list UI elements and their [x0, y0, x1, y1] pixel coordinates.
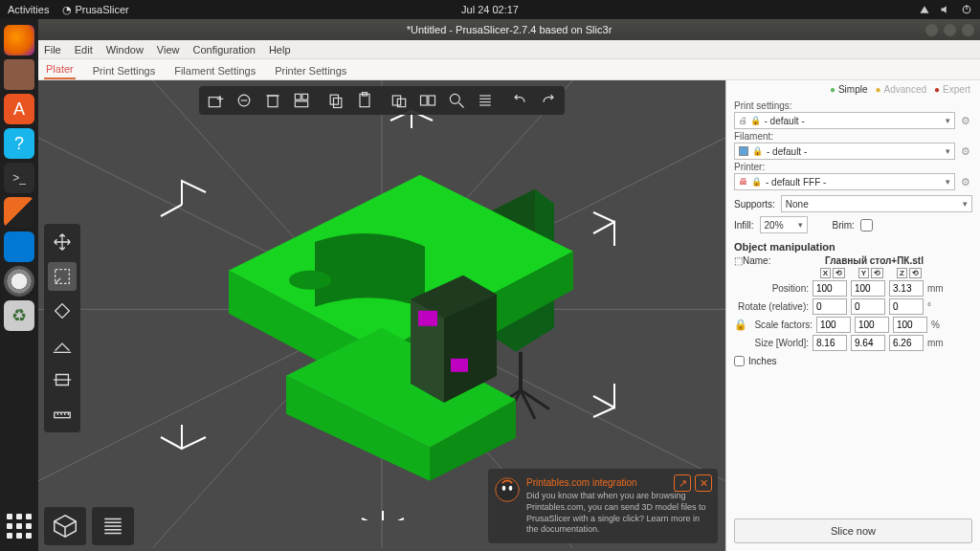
system-tray[interactable] [919, 4, 972, 15]
scale-label: Scale factors: [747, 320, 813, 330]
redo-button[interactable] [534, 88, 563, 113]
split-button[interactable] [413, 88, 442, 113]
move-tool[interactable] [48, 228, 77, 256]
object-name: Главный стол+ПК.stl [776, 255, 972, 266]
mode-advanced[interactable]: Advanced [876, 84, 927, 95]
supports-select[interactable]: None [781, 195, 972, 212]
measure-tool[interactable] [48, 400, 77, 429]
svg-rect-41 [392, 96, 400, 105]
instance-add-button[interactable] [385, 88, 413, 113]
position-z[interactable] [889, 280, 924, 297]
dock-vscode[interactable] [4, 231, 34, 262]
print-settings-select[interactable]: 🖨 🔒- default - [734, 112, 955, 129]
tab-plater[interactable]: Plater [44, 59, 76, 79]
variable-layer-button[interactable] [471, 88, 500, 113]
view-3d-button[interactable] [44, 507, 86, 545]
window-title: *Untitled - PrusaSlicer-2.7.4 based on S… [407, 24, 612, 35]
scale-z[interactable] [893, 317, 927, 333]
view-preview-button[interactable] [92, 507, 134, 545]
rotate-x[interactable] [813, 298, 847, 315]
window-close[interactable] [962, 24, 974, 36]
dock-firefox[interactable] [4, 25, 34, 55]
svg-line-46 [459, 103, 464, 108]
view-mode-buttons [44, 507, 134, 545]
tab-print-settings[interactable]: Print Settings [91, 61, 157, 79]
dock-show-apps[interactable] [4, 511, 34, 541]
rotate-tool[interactable] [48, 297, 77, 325]
activities-button[interactable]: Activities [8, 4, 49, 15]
menu-edit[interactable]: Edit [75, 44, 93, 55]
dock-trash[interactable]: ♻ [4, 300, 34, 331]
menu-view[interactable]: View [157, 44, 180, 55]
svg-point-26 [289, 271, 331, 290]
delete-all-button[interactable] [258, 88, 287, 113]
brim-checkbox[interactable] [860, 219, 873, 231]
size-y[interactable] [851, 335, 885, 351]
window-maximize[interactable] [944, 24, 956, 36]
filament-label: Filament: [734, 131, 972, 142]
dock-disc[interactable] [4, 266, 34, 297]
scale-y[interactable] [855, 317, 889, 333]
supports-label: Supports: [734, 199, 775, 209]
menu-help[interactable]: Help [269, 44, 291, 55]
printer-gear-icon[interactable]: ⚙ [959, 176, 972, 188]
size-x[interactable] [813, 335, 847, 351]
mode-simple[interactable]: Simple [830, 84, 868, 95]
axis-header: X⟲ Y⟲ Z⟲ [726, 267, 980, 279]
tab-filament-settings[interactable]: Filament Settings [172, 61, 257, 79]
search-button[interactable] [442, 88, 471, 113]
app-indicator[interactable]: ◔ PrusaSlicer [62, 4, 128, 16]
window-titlebar[interactable]: *Untitled - PrusaSlicer-2.7.4 based on S… [38, 19, 980, 40]
inches-checkbox[interactable] [734, 356, 745, 366]
position-y[interactable] [851, 280, 885, 297]
toast-close-icon[interactable]: ✕ [695, 474, 712, 492]
dock-files[interactable] [4, 59, 34, 90]
svg-rect-34 [295, 94, 301, 99]
svg-rect-32 [268, 96, 278, 107]
mode-expert[interactable]: Expert [934, 84, 970, 95]
svg-rect-36 [295, 101, 307, 107]
printables-toast: ↗ ✕ Printables.com integration Did you k… [488, 469, 718, 543]
dock-terminal[interactable]: >_ [4, 163, 34, 193]
toast-open-icon[interactable]: ↗ [674, 474, 691, 492]
slice-now-button[interactable]: Slice now [734, 518, 972, 543]
infill-select[interactable]: 20% [760, 216, 808, 233]
print-settings-gear-icon[interactable]: ⚙ [959, 115, 972, 127]
scale-x[interactable] [816, 317, 851, 333]
undo-button[interactable] [505, 88, 534, 113]
add-button[interactable] [201, 88, 230, 113]
dock-help[interactable]: ? [4, 128, 34, 159]
filament-select[interactable]: 🔒- default - [734, 143, 955, 160]
filament-gear-icon[interactable]: ⚙ [959, 145, 972, 158]
window-minimize[interactable] [925, 24, 938, 36]
menubar: File Edit Window View Configuration Help [38, 40, 980, 59]
rotate-y[interactable] [851, 298, 885, 315]
clock[interactable]: Jul 24 02:17 [461, 4, 519, 15]
gnome-top-bar: Activities ◔ PrusaSlicer Jul 24 02:17 [0, 0, 980, 19]
menu-configuration[interactable]: Configuration [192, 44, 255, 55]
toast-body: Did you know that when you are browsing … [526, 491, 710, 536]
position-x[interactable] [813, 280, 847, 297]
rotate-z[interactable] [889, 298, 924, 315]
printer-select[interactable]: 🖶🔒- default FFF - [734, 173, 955, 190]
dock-prusaslicer[interactable] [4, 197, 34, 228]
delete-button[interactable] [230, 88, 258, 113]
scale-tool[interactable] [48, 262, 77, 291]
size-z[interactable] [889, 335, 924, 351]
place-on-face-tool[interactable] [48, 331, 77, 360]
tab-printer-settings[interactable]: Printer Settings [273, 61, 348, 79]
copy-button[interactable] [322, 88, 350, 113]
menu-window[interactable]: Window [106, 44, 144, 55]
svg-point-45 [450, 94, 459, 103]
cut-tool[interactable] [48, 365, 77, 394]
plater-top-toolbar [199, 86, 565, 115]
ubuntu-dock: A ? >_ ♻ [0, 19, 38, 551]
dock-software[interactable]: A [4, 94, 34, 124]
arrange-button[interactable] [287, 88, 316, 113]
paste-button[interactable] [350, 88, 379, 113]
menu-file[interactable]: File [44, 44, 61, 55]
svg-rect-38 [334, 99, 342, 108]
plater-3d-view[interactable]: ↗ ✕ Printables.com integration Did you k… [38, 80, 725, 551]
svg-rect-44 [429, 96, 435, 105]
model-desk[interactable] [171, 137, 592, 481]
